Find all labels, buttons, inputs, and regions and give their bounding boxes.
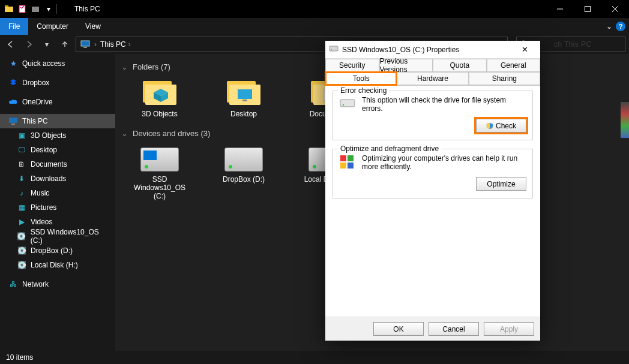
nav-label: Documents	[31, 160, 67, 169]
dialog-close-button[interactable]: ✕	[513, 45, 537, 54]
nav-onedrive[interactable]: OneDrive	[0, 95, 115, 109]
ribbon-tab-computer[interactable]: Computer	[28, 18, 77, 35]
help-icon[interactable]: ?	[616, 22, 625, 31]
apply-button[interactable]: Apply	[484, 322, 534, 336]
chevron-down-icon: ⌄	[121, 129, 128, 138]
star-icon: ★	[8, 59, 18, 68]
nav-downloads[interactable]: ⬇Downloads	[0, 172, 115, 186]
svg-rect-12	[238, 89, 252, 99]
svg-rect-1	[5, 5, 8, 7]
dialog-title: SSD Windows10_OS (C:) Properties	[342, 46, 459, 54]
obscured-item[interactable]	[621, 102, 629, 138]
drive-c[interactable]: SSD Windows10_OS (C:)	[130, 144, 190, 200]
nav-drive-h[interactable]: 💽Local Disk (H:)	[0, 258, 115, 272]
drive-icon	[140, 148, 179, 172]
maximize-button[interactable]	[574, 0, 601, 18]
back-button[interactable]	[4, 37, 18, 52]
svg-rect-5	[585, 7, 591, 12]
dialog-title-bar[interactable]: SSD Windows10_OS (C:) Properties ✕	[325, 41, 540, 59]
videos-icon: ▶	[17, 217, 26, 227]
nav-label: DropBox (D:)	[31, 246, 73, 255]
qat-dropdown-icon[interactable]: ▾	[43, 4, 54, 14]
downloads-icon: ⬇	[17, 174, 26, 183]
drive-icon	[329, 45, 339, 55]
folder-3d-objects[interactable]: 3D Objects	[130, 77, 190, 118]
nav-label: Music	[31, 189, 49, 197]
tab-hardware[interactable]: Hardware	[397, 72, 468, 85]
tile-label: DropBox (D:)	[223, 175, 265, 183]
button-label: Check	[496, 122, 516, 130]
drive-icon: 💽	[17, 231, 26, 241]
nav-desktop[interactable]: 🖵Desktop	[0, 143, 115, 157]
nav-quick-access[interactable]: ★ Quick access	[0, 56, 115, 71]
network-icon: 🖧	[8, 279, 18, 289]
dialog-footer: OK Cancel Apply	[325, 317, 540, 341]
nav-label: Videos	[31, 218, 52, 226]
ribbon: File Computer View ⌄ ?	[0, 18, 629, 35]
button-label: OK	[393, 325, 403, 333]
cube-icon: ▣	[17, 131, 26, 140]
search-placeholder: ch This PC	[554, 40, 591, 49]
folder-desktop[interactable]: Desktop	[214, 77, 274, 118]
explorer-icon	[4, 4, 14, 14]
tab-tools[interactable]: Tools	[325, 72, 397, 85]
nav-this-pc[interactable]: This PC	[0, 114, 115, 128]
svg-rect-20	[340, 100, 355, 107]
breadcrumb-this-pc[interactable]: This PC ›	[97, 40, 134, 49]
ribbon-tab-view[interactable]: View	[77, 18, 109, 35]
button-label: Apply	[500, 325, 518, 333]
shield-icon	[486, 122, 493, 130]
ribbon-collapse-icon[interactable]: ⌄	[606, 22, 612, 31]
nav-drive-c[interactable]: 💽SSD Windows10_OS (C:)	[0, 229, 115, 243]
svg-rect-9	[83, 47, 87, 48]
svg-rect-13	[242, 100, 247, 101]
qat-new-folder-icon[interactable]	[30, 4, 41, 14]
ok-button[interactable]: OK	[373, 322, 424, 336]
tab-previous-versions[interactable]: Previous Versions	[379, 59, 433, 72]
nav-documents[interactable]: 🗎Documents	[0, 157, 115, 172]
file-tab[interactable]: File	[0, 18, 28, 35]
nav-3d-objects[interactable]: ▣3D Objects	[0, 128, 115, 143]
nav-music[interactable]: ♪Music	[0, 186, 115, 200]
nav-label: 3D Objects	[31, 131, 66, 140]
dialog-tabs: Security Previous Versions Quota General…	[325, 59, 540, 86]
cancel-button[interactable]: Cancel	[429, 322, 479, 336]
nav-videos[interactable]: ▶Videos	[0, 215, 115, 229]
qat-separator	[56, 4, 67, 14]
recent-locations-button[interactable]: ▾	[40, 37, 54, 52]
group-header-label: Folders (7)	[133, 62, 170, 71]
optimize-button[interactable]: Optimize	[476, 177, 526, 191]
qat-properties-icon[interactable]	[17, 4, 28, 14]
group-desc: This option will check the drive for fil…	[362, 96, 526, 113]
tab-general[interactable]: General	[487, 59, 541, 72]
nav-pictures[interactable]: ▦Pictures	[0, 200, 115, 215]
nav-network[interactable]: 🖧 Network	[0, 277, 115, 291]
nav-label: OneDrive	[22, 98, 53, 106]
nav-dropbox[interactable]: Dropbox	[0, 76, 115, 90]
close-button[interactable]	[601, 0, 629, 18]
tile-label: 3D Objects	[142, 110, 177, 118]
pc-icon	[79, 38, 92, 51]
music-icon: ♪	[17, 188, 26, 198]
nav-label: Desktop	[31, 146, 57, 154]
tab-quota[interactable]: Quota	[433, 59, 487, 72]
check-button[interactable]: Check	[476, 119, 526, 133]
up-button[interactable]	[58, 37, 72, 52]
group-title: Error checking	[338, 86, 389, 95]
drive-d[interactable]: DropBox (D:)	[214, 144, 274, 200]
title-bar: ▾ This PC	[0, 0, 629, 18]
svg-rect-22	[340, 155, 346, 161]
tab-sharing[interactable]: Sharing	[469, 72, 540, 85]
nav-label: Network	[22, 280, 49, 288]
nav-drive-d[interactable]: 💽DropBox (D:)	[0, 243, 115, 258]
breadcrumb-label: This PC	[100, 40, 126, 49]
desktop-icon: 🖵	[17, 145, 26, 155]
minimize-button[interactable]	[546, 0, 574, 18]
svg-point-19	[331, 49, 332, 50]
forward-button[interactable]	[22, 37, 36, 52]
tile-label: SSD Windows10_OS (C:)	[130, 175, 190, 200]
tab-security[interactable]: Security	[325, 59, 379, 72]
drive-icon: 💽	[17, 246, 26, 255]
optimize-group: Optimize and defragment drive Optimizing…	[333, 149, 533, 198]
svg-rect-24	[340, 163, 346, 169]
